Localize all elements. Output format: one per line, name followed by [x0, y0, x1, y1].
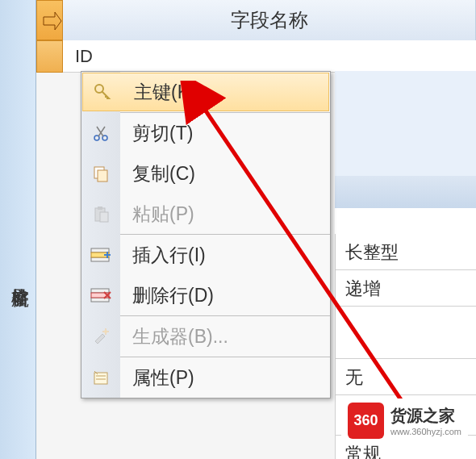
menu-label: 属性(P): [120, 365, 194, 390]
builder-icon: [81, 317, 120, 356]
row-selector[interactable]: [36, 40, 63, 73]
insert-row-icon: [81, 236, 120, 274]
menu-label: 剪切(T): [120, 121, 193, 146]
header-row-selector[interactable]: [36, 0, 63, 40]
menu-label: 生成器(B)...: [120, 324, 228, 349]
menu-item-paste: 粘贴(P): [81, 194, 330, 234]
svg-rect-12: [91, 298, 109, 302]
svg-rect-4: [98, 170, 107, 182]
menu-item-properties[interactable]: 属性(P): [81, 357, 330, 398]
menu-item-builder: 生成器(B)...: [81, 316, 330, 357]
svg-rect-6: [98, 207, 102, 210]
menu-item-primary-key[interactable]: 主键(K): [82, 73, 329, 111]
property-value-cell[interactable]: [335, 307, 476, 359]
svg-rect-15: [94, 373, 107, 384]
menu-item-delete-row[interactable]: 删除行(D): [81, 275, 330, 315]
field-row: ID: [36, 40, 476, 73]
watermark-url: www.360hyzj.com: [390, 427, 461, 436]
watermark-title: 货源之家: [390, 405, 461, 427]
menu-item-copy[interactable]: 复制(C): [81, 153, 330, 194]
menu-label: 主键(K): [122, 80, 196, 105]
column-header-row: 字段名称: [36, 0, 476, 40]
key-icon: [83, 73, 122, 111]
svg-rect-7: [100, 212, 108, 222]
copy-icon: [81, 154, 120, 193]
svg-rect-11: [91, 289, 109, 293]
property-value-cell[interactable]: 递增: [335, 270, 476, 307]
field-name-column-header[interactable]: 字段名称: [63, 0, 476, 40]
properties-icon: [81, 358, 120, 397]
paste-icon: [81, 194, 120, 233]
property-value-cell[interactable]: 长整型: [335, 234, 476, 270]
menu-label: 复制(C): [120, 161, 195, 186]
scissors-icon: [81, 114, 120, 152]
field-name-cell[interactable]: ID: [63, 40, 476, 73]
watermark-logo: 360: [348, 403, 384, 439]
delete-row-icon: [81, 276, 120, 315]
svg-rect-8: [91, 248, 109, 252]
property-value-cell[interactable]: 无: [335, 359, 476, 395]
menu-item-insert-row[interactable]: 插入行(I): [81, 235, 330, 275]
menu-item-cut[interactable]: 剪切(T): [81, 113, 330, 153]
navigation-pane-sidebar[interactable]: 导航窗格: [0, 0, 36, 459]
svg-point-14: [104, 330, 107, 333]
menu-label: 插入行(I): [120, 243, 206, 268]
context-menu: 主键(K) 剪切(T) 复制(C) 粘贴(P): [81, 71, 331, 398]
menu-label: 删除行(D): [120, 283, 214, 308]
svg-rect-9: [91, 257, 109, 261]
watermark: 360 货源之家 www.360hyzj.com: [341, 398, 468, 443]
table-design-area: 字段名称 ID 长整型 递增 无 常规 主键(K) 剪切: [36, 0, 476, 459]
menu-label: 粘贴(P): [120, 202, 194, 227]
